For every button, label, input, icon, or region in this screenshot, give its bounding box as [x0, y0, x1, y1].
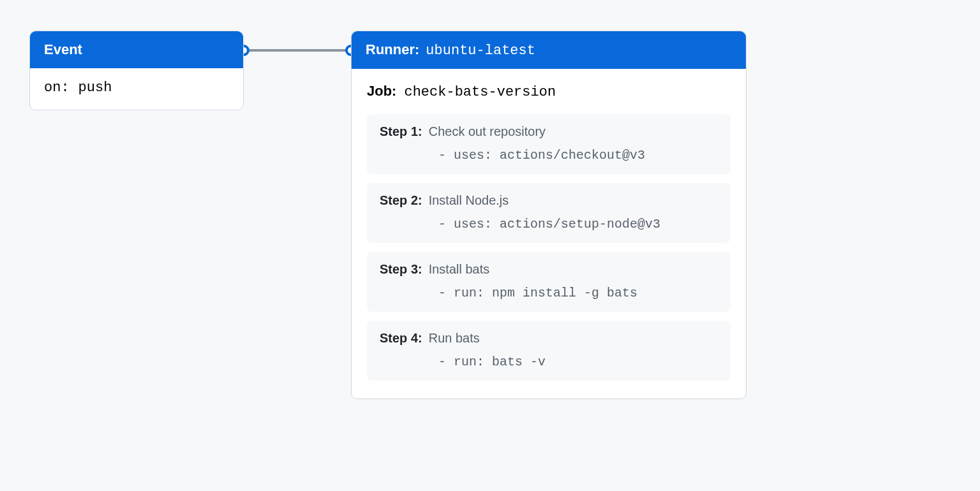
runner-header-label: Runner:	[366, 41, 419, 58]
event-card-body: on: push	[30, 68, 243, 110]
step-2-title: Step 2: Install Node.js	[380, 193, 718, 208]
step-1: Step 1: Check out repository - uses: act…	[367, 114, 731, 174]
step-4-title: Step 4: Run bats	[380, 331, 718, 346]
step-2-cmd: - uses: actions/setup-node@v3	[380, 217, 718, 231]
step-2-name: Install Node.js	[429, 193, 509, 208]
job-label: Job:	[367, 83, 396, 99]
step-4-num: Step 4:	[380, 331, 422, 346]
runner-card-header: Runner: ubuntu-latest	[352, 31, 746, 69]
step-3: Step 3: Install bats - run: npm install …	[367, 252, 731, 312]
step-3-num: Step 3:	[380, 262, 422, 277]
step-2: Step 2: Install Node.js - uses: actions/…	[367, 183, 731, 243]
job-value: check-bats-version	[404, 84, 556, 100]
runner-card: Runner: ubuntu-latest Job: check-bats-ve…	[351, 31, 746, 399]
event-card-header: Event	[30, 31, 243, 68]
runner-card-body: Job: check-bats-version Step 1: Check ou…	[352, 69, 746, 399]
step-1-title: Step 1: Check out repository	[380, 124, 718, 139]
step-4-name: Run bats	[429, 331, 480, 346]
runner-header-value: ubuntu-latest	[426, 43, 535, 59]
connector-line	[244, 49, 351, 52]
step-2-num: Step 2:	[380, 193, 422, 208]
step-1-name: Check out repository	[429, 124, 546, 139]
step-1-num: Step 1:	[380, 124, 422, 139]
step-3-name: Install bats	[429, 262, 490, 277]
step-3-title: Step 3: Install bats	[380, 262, 718, 277]
event-card: Event on: push	[29, 31, 244, 110]
step-4-cmd: - run: bats -v	[380, 355, 718, 369]
step-3-cmd: - run: npm install -g bats	[380, 286, 718, 300]
job-line: Job: check-bats-version	[367, 83, 731, 100]
event-header-label: Event	[44, 41, 82, 58]
event-on-label: on:	[44, 80, 70, 96]
event-on-value: push	[78, 80, 112, 96]
step-4: Step 4: Run bats - run: bats -v	[367, 321, 731, 381]
step-1-cmd: - uses: actions/checkout@v3	[380, 148, 718, 163]
